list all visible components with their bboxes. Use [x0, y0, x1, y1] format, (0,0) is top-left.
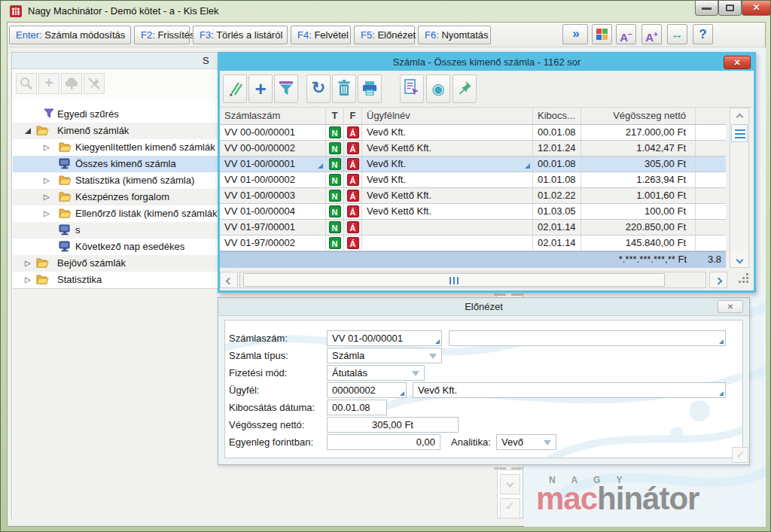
edit-button[interactable]: [223, 74, 247, 103]
f2-refresh-button[interactable]: F2: Frissítés: [134, 26, 190, 44]
chevron-expanded-icon[interactable]: [25, 128, 31, 134]
col-header-customer[interactable]: Ügyfélnév: [362, 108, 533, 124]
dialog-close-button[interactable]: ✕: [724, 56, 751, 69]
font-larger-button[interactable]: A+: [641, 24, 662, 44]
chevron-collapsed-icon[interactable]: ▷: [44, 172, 50, 189]
col-header-net-total[interactable]: Végösszeg nettó: [581, 108, 696, 124]
vertical-scrollbar[interactable]: [730, 108, 749, 268]
minimize-button[interactable]: [695, 1, 718, 16]
color-scheme-button[interactable]: [592, 24, 612, 44]
splitter-handle[interactable]: [511, 293, 523, 296]
invoice-type-select[interactable]: Számla: [327, 348, 442, 363]
pane-collapse-button[interactable]: [500, 474, 520, 494]
analytics-select[interactable]: Vevő: [496, 434, 556, 450]
horizontal-scroll-thumb[interactable]: [243, 273, 665, 287]
f6-print-button[interactable]: F6: Nyomtatás: [418, 26, 491, 44]
status-badge-t: N: [329, 205, 341, 217]
table-row[interactable]: VV 01-00/00004 N Á Vevő Kettő Kft. 01.03…: [220, 204, 726, 220]
table-row-selected[interactable]: VV 01-00/00001 N Á Vevő Kft. 00.01.08 30…: [220, 157, 726, 172]
close-button[interactable]: ✕: [742, 1, 771, 16]
vertical-scroll-thumb[interactable]: [731, 124, 748, 142]
col-header-t[interactable]: T: [326, 108, 344, 124]
folder-icon: [59, 175, 72, 185]
table-row[interactable]: VV 01-00/00003 N Á Vevő Kettő Kft. 01.02…: [220, 188, 726, 204]
refresh-button[interactable]: ↻: [306, 74, 331, 103]
issue-date-field[interactable]: 00.01.08: [327, 400, 387, 415]
invoice-number-field-2[interactable]: [449, 330, 726, 346]
cell-total: 145.840,00 Ft: [581, 236, 696, 251]
chevron-collapsed-icon[interactable]: ▷: [44, 189, 50, 205]
col-header-issue-date[interactable]: Kibocs...: [533, 108, 581, 124]
table-row[interactable]: VV 00-00/00001 N Á Vevő Kft. 00.01.08 21…: [220, 125, 726, 141]
close-icon: ✕: [733, 58, 740, 67]
preview-confirm-button[interactable]: ✓: [732, 447, 748, 463]
font-smaller-button[interactable]: A−: [616, 24, 636, 44]
cell-total: 1.263,94 Ft: [581, 172, 696, 187]
nav-triangle-icon: [400, 391, 404, 396]
payment-method-select[interactable]: Átutalás: [327, 365, 425, 381]
resize-grip[interactable]: [742, 277, 745, 279]
col-header-invoice-number[interactable]: Számlaszám: [220, 108, 326, 124]
f4-add-button[interactable]: F4: Felvétel: [291, 26, 351, 44]
help-button[interactable]: ?: [693, 24, 713, 44]
add-button[interactable]: +: [248, 74, 273, 103]
customer-name-field[interactable]: Vevő Kft.: [413, 382, 726, 398]
print-button[interactable]: [358, 74, 382, 103]
invoice-number-field[interactable]: VV 01-00/00001: [327, 330, 442, 346]
tree-view-button[interactable]: [61, 73, 82, 94]
window-title: Nagy Machinátor - Demó kötet - a - Kis E…: [28, 5, 219, 17]
fit-width-button[interactable]: ↔: [667, 24, 687, 44]
dropdown-arrow-icon: [412, 371, 419, 376]
splitter-handle[interactable]: [494, 467, 506, 470]
chevron-collapsed-icon[interactable]: ▷: [44, 205, 50, 222]
splitter-handle[interactable]: [494, 293, 506, 296]
net-total-field[interactable]: 305,00 Ft: [327, 417, 459, 433]
filter-button[interactable]: [274, 74, 298, 103]
tree-icon: [65, 77, 78, 90]
table-row[interactable]: VV 01-00/00002 N Á Vevő Kft. 01.01.08 1.…: [220, 172, 726, 188]
balance-field[interactable]: 0,00: [327, 434, 440, 450]
status-badge-f: Á: [347, 142, 359, 154]
chevron-collapsed-icon[interactable]: ▷: [44, 139, 50, 156]
filter-icon: [44, 108, 54, 119]
report-button[interactable]: [400, 74, 424, 103]
chevron-collapsed-icon[interactable]: ▷: [25, 272, 31, 288]
view-button[interactable]: ◉: [426, 74, 450, 103]
add-button-disabled[interactable]: +: [38, 73, 59, 94]
table-row[interactable]: VV 01-97/00001 N Á 02.01.14 220.850,00 F…: [220, 220, 726, 236]
pin-button[interactable]: [453, 74, 477, 103]
col-header-extra[interactable]: [696, 108, 726, 124]
color-grid-icon: [596, 29, 608, 41]
enter-modify-button[interactable]: Enter: Számla módosítás: [9, 26, 131, 44]
scroll-right-button[interactable]: [709, 272, 727, 288]
filter-icon: [278, 81, 294, 97]
plus-icon: +: [44, 74, 53, 91]
scroll-up-button[interactable]: [730, 108, 748, 123]
preview-close-button[interactable]: ✕: [718, 300, 743, 313]
maximize-button[interactable]: [718, 1, 742, 16]
cell-total: 1.001,60 Ft: [581, 188, 696, 203]
pane-confirm-button[interactable]: ✓: [500, 498, 520, 518]
scroll-down-button[interactable]: [730, 252, 748, 267]
f5-preview-button[interactable]: F5: Előnézet: [354, 26, 415, 44]
horizontal-scroll-track[interactable]: [239, 272, 706, 288]
f3-delete-button[interactable]: F3: Törlés a listáról: [193, 26, 288, 44]
horizontal-scrollbar[interactable]: [220, 271, 749, 289]
titlebar[interactable]: Nagy Machinátor - Demó kötet - a - Kis E…: [1, 1, 771, 22]
col-header-f[interactable]: F: [344, 108, 362, 124]
table-row[interactable]: VV 00-00/00002 N Á Vevő Kettő Kft. 12.01…: [220, 141, 726, 157]
search-button[interactable]: [16, 73, 37, 94]
dialog-toolbar: + ↻ ◉: [220, 71, 754, 108]
cell-date: 01.03.05: [533, 204, 581, 219]
more-commands-button[interactable]: »: [562, 24, 588, 44]
scroll-left-button[interactable]: [220, 272, 238, 288]
splitter-handle[interactable]: [511, 467, 523, 470]
function-key-toolbar: Enter: Számla módosítás F2: Frissítés F3…: [8, 23, 765, 47]
delete-button[interactable]: [332, 74, 356, 103]
table-header-row[interactable]: Számlaszám T F Ügyfélnév Kibocs... Végös…: [220, 108, 726, 125]
customer-code-field[interactable]: 00000002: [327, 382, 407, 398]
chevron-collapsed-icon[interactable]: ▷: [25, 255, 31, 272]
table-row[interactable]: VV 01-97/00002 N Á 02.01.14 145.840,00 F…: [220, 236, 726, 251]
cell-customer: [362, 236, 533, 251]
unpin-button[interactable]: [84, 73, 105, 94]
